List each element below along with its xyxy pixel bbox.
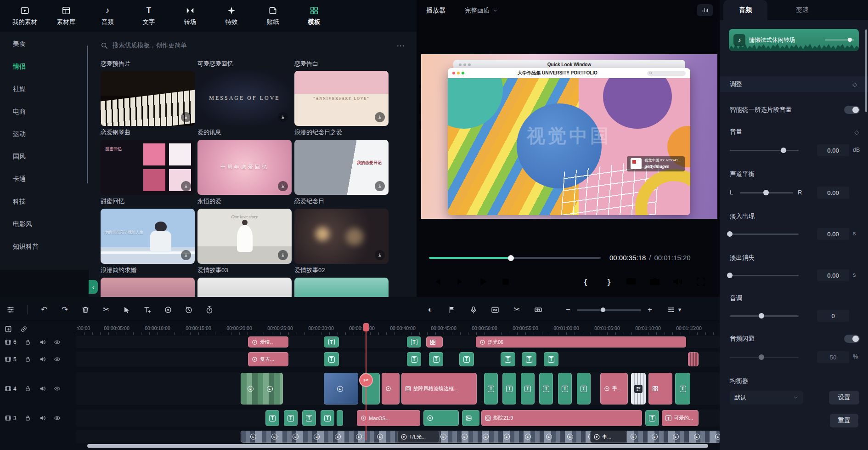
- nav-item-template[interactable]: 模板: [298, 6, 331, 26]
- mute-icon[interactable]: [39, 356, 46, 363]
- timeline-clip[interactable]: [423, 410, 459, 426]
- download-icon[interactable]: [278, 112, 288, 122]
- visibility-icon[interactable]: [54, 339, 61, 346]
- lock-icon[interactable]: [24, 415, 31, 422]
- timeline-clip[interactable]: [648, 373, 672, 404]
- mute-icon[interactable]: [39, 415, 46, 422]
- clip-volume-slider[interactable]: [825, 38, 854, 42]
- redo-button[interactable]: ↷: [61, 306, 69, 314]
- nav-item-library[interactable]: 素材库: [50, 6, 83, 26]
- timeline-clip[interactable]: T: [265, 410, 279, 426]
- timeline-clip[interactable]: ▸▸: [241, 373, 283, 404]
- timeline-clip[interactable]: T: [558, 373, 572, 404]
- template-thumbnail[interactable]: MESSAGE OF LOVE: [197, 71, 292, 126]
- volume-button[interactable]: [671, 276, 683, 288]
- render-preview-button[interactable]: [697, 4, 713, 16]
- fadeout-value[interactable]: 0.00: [817, 269, 849, 281]
- template-card[interactable]: 十周年恋爱回忆永恒的爱: [197, 140, 292, 209]
- download-icon[interactable]: [278, 181, 288, 191]
- timeline-clip[interactable]: 李...: [590, 431, 627, 443]
- add-track-button[interactable]: [5, 325, 12, 333]
- template-card[interactable]: 你的笑点亮了我的人生浪漫简约求婚: [101, 209, 195, 278]
- track-lane-3[interactable]: TTTTMacOS...影院21:9TT可爱的...: [76, 410, 720, 427]
- timeline-clip[interactable]: [337, 410, 343, 426]
- link-clips-button[interactable]: [20, 325, 28, 333]
- visibility-icon[interactable]: [54, 415, 61, 422]
- timeline-clip[interactable]: T: [522, 352, 536, 366]
- sidebar-item-0[interactable]: 美食: [0, 33, 89, 55]
- timeline-clip[interactable]: ▸: [324, 373, 358, 404]
- track-manager-button[interactable]: [6, 306, 15, 314]
- timeline-clip[interactable]: T/L光...: [397, 431, 440, 443]
- download-icon[interactable]: [278, 250, 288, 260]
- keyframe-icon[interactable]: ◇: [854, 129, 860, 135]
- track-lane-0[interactable]: 爱情..TT泛光06: [76, 336, 720, 348]
- tab-audio[interactable]: 音频: [723, 0, 767, 20]
- template-card[interactable]: 恋爱钢琴曲: [101, 71, 195, 140]
- quality-dropdown[interactable]: 完整画质: [465, 6, 498, 15]
- timeline-clip[interactable]: T: [407, 352, 421, 366]
- template-thumbnail[interactable]: Our love story: [197, 209, 292, 264]
- stop-button[interactable]: [500, 276, 512, 288]
- timeline-horizontal-scrollbar[interactable]: [87, 444, 708, 448]
- template-thumbnail[interactable]: [294, 209, 389, 264]
- template-thumbnail[interactable]: 甜蜜回忆: [101, 140, 195, 195]
- sidebar-item-4[interactable]: 运动: [0, 123, 89, 145]
- template-card[interactable]: "ANNIVERSARY LOVE"浪漫的纪念日之爱: [294, 71, 389, 140]
- timeline-clip[interactable]: T: [324, 336, 339, 347]
- keyframe-icon[interactable]: ◇: [851, 81, 858, 87]
- template-card[interactable]: 甜蜜回忆甜蜜回忆: [101, 140, 195, 209]
- playhead-cut-button[interactable]: ✂: [359, 373, 373, 387]
- more-options-icon[interactable]: ⋯: [396, 41, 405, 50]
- equalizer-preset-dropdown[interactable]: 默认: [730, 391, 803, 404]
- equalizer-settings-button[interactable]: 设置: [829, 391, 859, 404]
- mark-in-button[interactable]: {: [580, 276, 592, 288]
- ducking-slider[interactable]: [730, 354, 799, 360]
- template-card[interactable]: 我的恋爱日记恋爱纪念日: [294, 140, 389, 209]
- timeline-clip[interactable]: T: [284, 410, 298, 426]
- ducking-toggle[interactable]: [844, 335, 860, 343]
- timeline-clip[interactable]: 故障风格滤镜边框...: [401, 373, 477, 404]
- mute-icon[interactable]: [39, 339, 46, 346]
- audio-clip-chip[interactable]: ♪ 慵懒法式休闲转场: [729, 29, 859, 51]
- lock-icon[interactable]: [24, 385, 31, 392]
- timeline-clip[interactable]: 泛光06: [476, 336, 686, 347]
- timeline-clip[interactable]: T可爱的...: [662, 410, 699, 426]
- track-lane-4[interactable]: ▸▸▸▸▸▸▸▸▸▸▸▸▸▸▸▸▸▸▸▸▸▸▸▸▸T/L光...李...: [76, 430, 720, 443]
- sidebar-item-7[interactable]: 科技: [0, 190, 89, 213]
- timeline-clip[interactable]: T: [302, 410, 316, 426]
- timeline-clip[interactable]: T: [502, 373, 516, 404]
- smart-volume-toggle[interactable]: [844, 106, 860, 114]
- sidebar-item-8[interactable]: 电影风: [0, 213, 89, 235]
- playhead-handle[interactable]: [363, 323, 369, 331]
- volume-slider[interactable]: [730, 148, 799, 153]
- template-thumbnail[interactable]: 我的恋爱日记: [294, 140, 389, 195]
- template-card[interactable]: MESSAGE OF LOVE爱的讯息: [197, 71, 292, 140]
- timeline-clip[interactable]: [426, 336, 443, 347]
- reset-button[interactable]: 重置: [830, 414, 858, 427]
- timeline-clip[interactable]: T: [429, 352, 443, 366]
- timeline-clip[interactable]: T: [577, 373, 591, 404]
- timeline-clip[interactable]: T: [324, 352, 339, 366]
- timeline-clip[interactable]: 爱情..: [248, 336, 288, 347]
- timeline-clip[interactable]: 影院21:9: [481, 410, 642, 426]
- sidebar-scrollbar[interactable]: [87, 46, 88, 183]
- fadein-value[interactable]: 0.00: [817, 228, 849, 240]
- template-card[interactable]: Our love story爱情故事03: [197, 209, 292, 278]
- fullscreen-button[interactable]: [695, 276, 707, 288]
- tab-speed[interactable]: 变速: [780, 0, 824, 20]
- balance-slider[interactable]: [740, 190, 793, 195]
- fadeout-slider[interactable]: [730, 273, 799, 278]
- template-thumbnail[interactable]: 你的笑点亮了我的人生: [101, 209, 195, 264]
- nav-item-media[interactable]: 我的素材: [8, 6, 41, 26]
- timeline-clip[interactable]: T: [321, 410, 334, 426]
- download-icon[interactable]: [181, 181, 191, 191]
- template-thumbnail[interactable]: [101, 71, 195, 126]
- lock-icon[interactable]: [24, 356, 31, 363]
- timeline-clip[interactable]: 复古...: [248, 352, 288, 366]
- download-icon[interactable]: [181, 112, 191, 122]
- timeline-clip[interactable]: T: [645, 410, 659, 426]
- timeline-clip[interactable]: T: [521, 373, 535, 404]
- visibility-icon[interactable]: [54, 356, 61, 363]
- timeline-clip[interactable]: T: [484, 373, 498, 404]
